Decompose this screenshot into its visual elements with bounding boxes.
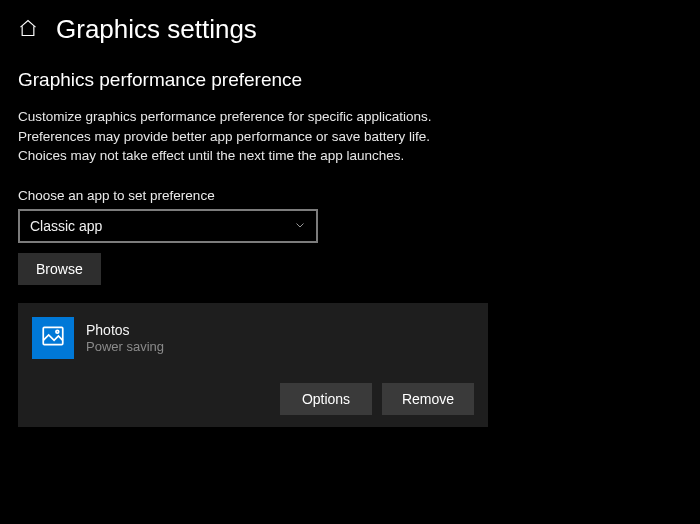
app-text: Photos Power saving (86, 322, 164, 354)
svg-rect-0 (43, 327, 63, 344)
chevron-down-icon (294, 218, 306, 234)
options-button[interactable]: Options (280, 383, 372, 415)
app-card: Photos Power saving Options Remove (18, 303, 488, 427)
list-item[interactable]: Photos Power saving (32, 317, 474, 359)
app-icon-tile (32, 317, 74, 359)
remove-button[interactable]: Remove (382, 383, 474, 415)
app-type-dropdown[interactable]: Classic app (18, 209, 318, 243)
card-buttons: Options Remove (32, 383, 474, 415)
svg-point-1 (56, 330, 59, 333)
home-icon[interactable] (18, 18, 38, 42)
dropdown-label: Choose an app to set preference (18, 188, 682, 203)
section-heading: Graphics performance preference (18, 69, 682, 91)
dropdown-value: Classic app (30, 218, 102, 234)
app-preference: Power saving (86, 339, 164, 354)
content-area: Graphics performance preference Customiz… (0, 55, 700, 441)
page-title: Graphics settings (56, 14, 257, 45)
photos-icon (40, 323, 66, 353)
header-bar: Graphics settings (0, 0, 700, 55)
browse-button[interactable]: Browse (18, 253, 101, 285)
section-description: Customize graphics performance preferenc… (18, 107, 448, 166)
app-name: Photos (86, 322, 164, 338)
